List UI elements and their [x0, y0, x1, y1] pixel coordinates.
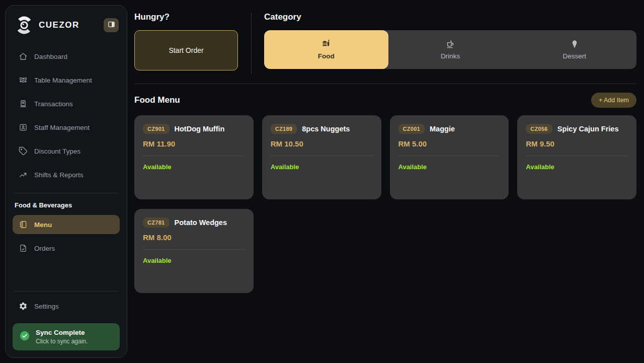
home-icon — [19, 52, 28, 61]
card-divider — [526, 156, 628, 156]
start-order-button[interactable]: Start Order — [134, 30, 238, 70]
category-section: Category Food Drinks Dessert — [264, 12, 636, 74]
item-code-badge: CZ001 — [398, 124, 425, 134]
sidebar-nav: Dashboard Table Management Transactions … — [13, 47, 120, 189]
sidebar-spacer — [13, 262, 120, 287]
food-icon — [321, 39, 331, 49]
menu-book-icon — [19, 220, 28, 229]
app-root: CUEZOR Dashboard Table Management Transa… — [0, 0, 644, 363]
item-name: Potato Wedges — [175, 219, 227, 227]
item-price: RM 5.00 — [398, 139, 501, 148]
sidebar-item-staff-management[interactable]: Staff Management — [13, 118, 120, 137]
sidebar-item-table-management[interactable]: Table Management — [13, 70, 120, 90]
sidebar-footer-nav: Settings — [13, 297, 120, 320]
sidebar-divider — [14, 193, 119, 193]
card-divider — [271, 156, 373, 156]
sidebar-section-label: Food & Beverages — [13, 201, 120, 215]
sidebar-item-transactions[interactable]: Transactions — [13, 94, 120, 113]
menu-item-card-8pcs-nuggets[interactable]: CZ189 8pcs Nuggets RM 10.50 Available — [262, 115, 381, 199]
sidebar-fnb-nav: Menu Orders — [13, 215, 120, 262]
menu-item-card-maggie[interactable]: CZ001 Maggie RM 5.00 Available — [390, 115, 509, 199]
sync-text: Sync Complete Click to sync again. — [36, 329, 88, 345]
gear-icon — [19, 302, 28, 311]
item-status: Available — [143, 257, 245, 264]
sidebar-header: CUEZOR — [13, 15, 120, 39]
menu-item-card-hotdog-muffin[interactable]: CZ901 HotDog Muffin RM 11.90 Available — [134, 115, 254, 199]
menu-item-card-potato-wedges[interactable]: CZ781 Potato Wedges RM 8.00 Available — [134, 209, 254, 293]
top-row: Hungry? Start Order Category Food Drinks… — [134, 12, 636, 74]
menu-grid: CZ901 HotDog Muffin RM 11.90 Available C… — [134, 115, 636, 293]
card-divider — [143, 156, 245, 156]
card-header: CZ001 Maggie — [398, 124, 501, 134]
item-name: HotDog Muffin — [175, 125, 225, 133]
hungry-title: Hungry? — [134, 12, 238, 22]
category-tabs: Food Drinks Dessert — [264, 30, 636, 69]
card-header: CZ781 Potato Wedges — [143, 217, 245, 228]
card-header: CZ056 Spicy Cajun Fries — [526, 124, 628, 134]
item-code-badge: CZ901 — [143, 124, 170, 134]
panel-toggle-icon — [107, 20, 116, 30]
add-item-button[interactable]: + Add Item — [591, 93, 636, 108]
item-name: Spicy Cajun Fries — [557, 125, 619, 133]
item-price: RM 10.50 — [271, 139, 373, 148]
ice-cream-icon — [570, 39, 580, 49]
menu-item-card-spicy-cajun-fries[interactable]: CZ056 Spicy Cajun Fries RM 9.50 Availabl… — [517, 115, 636, 199]
sidebar-item-discount-types[interactable]: Discount Types — [13, 141, 120, 161]
orders-check-icon — [19, 244, 28, 253]
tab-food[interactable]: Food — [264, 30, 388, 69]
sync-title: Sync Complete — [36, 329, 88, 336]
sidebar-item-dashboard[interactable]: Dashboard — [13, 47, 120, 66]
sidebar-item-menu[interactable]: Menu — [13, 215, 120, 234]
brand-name: CUEZOR — [39, 20, 100, 30]
item-code-badge: CZ056 — [526, 124, 552, 134]
item-price: RM 11.90 — [143, 139, 245, 148]
sidebar-item-orders[interactable]: Orders — [13, 239, 120, 258]
item-status: Available — [143, 163, 245, 171]
sidebar-item-shifts-reports[interactable]: Shifts & Reports — [13, 165, 120, 184]
menu-title: Food Menu — [134, 95, 180, 105]
item-code-badge: CZ781 — [143, 217, 170, 228]
cuezor-logo-icon — [14, 15, 35, 36]
sync-subtitle: Click to sync again. — [36, 338, 88, 345]
category-title: Category — [264, 12, 636, 22]
main-content: Hungry? Start Order Category Food Drinks… — [134, 5, 636, 358]
tab-dessert[interactable]: Dessert — [512, 30, 636, 69]
card-header: CZ901 HotDog Muffin — [143, 124, 245, 134]
sidebar: CUEZOR Dashboard Table Management Transa… — [5, 5, 127, 358]
item-status: Available — [526, 163, 628, 171]
menu-header: Food Menu + Add Item — [134, 93, 636, 108]
sidebar-divider — [14, 291, 119, 292]
horizontal-divider — [134, 84, 636, 84]
sync-status-card[interactable]: Sync Complete Click to sync again. — [13, 323, 120, 350]
drinks-icon — [445, 39, 455, 49]
sidebar-item-settings[interactable]: Settings — [13, 297, 120, 316]
chart-trend-icon — [19, 170, 28, 179]
transactions-icon — [19, 99, 28, 108]
item-code-badge: CZ189 — [271, 124, 297, 134]
staff-card-icon — [19, 123, 28, 132]
hungry-section: Hungry? Start Order — [134, 12, 238, 74]
item-status: Available — [271, 163, 373, 171]
item-price: RM 9.50 — [526, 139, 628, 148]
item-name: Maggie — [430, 125, 455, 133]
card-divider — [398, 156, 501, 156]
sidebar-toggle-button[interactable] — [104, 18, 119, 32]
card-header: CZ189 8pcs Nuggets — [271, 124, 373, 134]
table-grid-icon — [19, 76, 28, 85]
check-circle-icon — [19, 330, 30, 343]
vertical-divider — [251, 13, 252, 74]
item-name: 8pcs Nuggets — [302, 125, 350, 133]
card-divider — [143, 249, 245, 250]
item-status: Available — [398, 163, 501, 171]
item-price: RM 8.00 — [143, 233, 245, 242]
discount-tag-icon — [19, 147, 28, 156]
tab-drinks[interactable]: Drinks — [388, 30, 513, 69]
